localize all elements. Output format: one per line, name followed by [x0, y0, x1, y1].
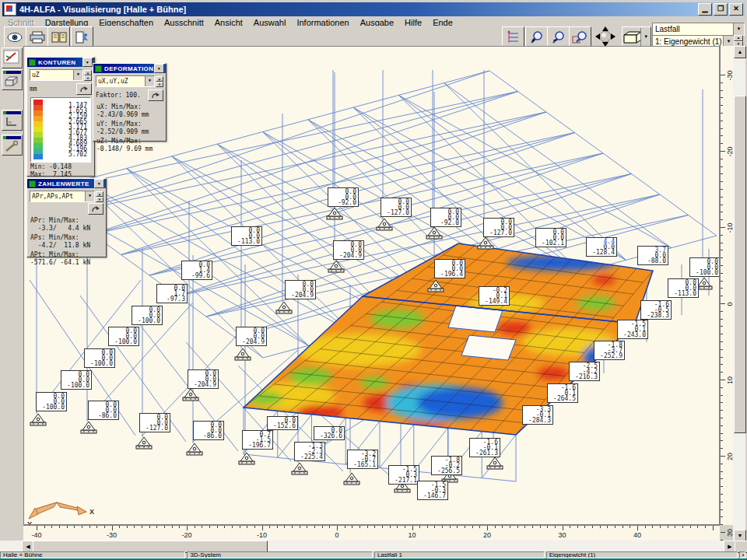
ruler-tick — [555, 526, 556, 528]
structure-tree-button[interactable] — [502, 26, 524, 47]
konturen-title: KONTUREN — [38, 59, 76, 66]
vertical-scroll-thumb[interactable] — [734, 96, 746, 433]
zahlenwerte-collapse-button[interactable]: ▼ — [94, 179, 104, 188]
svg-text:−: − — [553, 36, 558, 44]
support-icon — [487, 457, 503, 469]
ruler-tick — [419, 526, 420, 528]
deformation-combo[interactable]: uX,uY,uZ ▼ — [96, 75, 155, 87]
zoom-out-icon: − — [551, 30, 566, 44]
horizontal-scrollbar[interactable]: ◀ ▶ — [0, 541, 735, 551]
ruler-tick — [156, 526, 157, 528]
support-icon — [696, 278, 712, 289]
ruler-tick — [721, 296, 723, 296]
ruler-tick — [262, 526, 263, 530]
ruler-tick — [721, 273, 723, 274]
support-icon — [344, 473, 359, 485]
deformation-row-label: uY: Min/Max: — [96, 121, 166, 128]
scale-swatch — [33, 116, 43, 121]
spinner-up-icon[interactable]: ▲ — [734, 35, 743, 41]
zahlenwerte-options-button[interactable] — [88, 203, 103, 215]
zahlenwerte-panel[interactable]: ZAHLENWERTE ▼ APr,APs,APt ▼ ▲▼ APr: Min/… — [26, 178, 107, 257]
konturen-collapse-button[interactable]: ▼ — [82, 58, 93, 67]
wrench-icon — [2, 139, 20, 153]
konturen-combo-arrow[interactable]: ▼ — [73, 70, 82, 80]
ruler-tick — [721, 494, 723, 495]
deformation-combo-arrow[interactable]: ▼ — [145, 76, 154, 86]
deformation-collapse-button[interactable]: ▼ — [154, 64, 164, 73]
deformation-options-button[interactable] — [148, 89, 163, 101]
scale-swatch — [33, 132, 43, 138]
result-label: 0.00.0-92.0 — [328, 187, 359, 207]
horizontal-ruler: -40-30-20-10010203040 — [23, 525, 720, 541]
panel-icon — [29, 180, 36, 187]
app-icon — [4, 3, 16, 16]
close-button[interactable]: ✕ — [729, 3, 743, 16]
ruler-tick — [721, 121, 723, 121]
view-3d-button[interactable]: ▼ — [622, 26, 651, 47]
model-viewport[interactable]: 0.00.0-100.00.00.0-100.00.00.0-100.00.00… — [23, 46, 720, 525]
ruler-tick — [172, 526, 173, 528]
print-button[interactable] — [26, 26, 48, 47]
ruler-tick — [359, 526, 360, 528]
lastfall-combo[interactable]: Lastfall ▼ — [652, 23, 745, 36]
view-3d-dropdown[interactable]: ▼ — [640, 28, 651, 47]
panel-toggle-values-button[interactable]: n — [2, 110, 23, 131]
title-bar[interactable]: 4H-ALFA - Visualisierung [Halle + Bühne]… — [2, 2, 745, 16]
vertical-scrollbar[interactable]: ▲ ▼ — [733, 46, 745, 541]
support-icon — [187, 443, 202, 455]
zahlenwerte-row-value: -3.3/ 4.4 kN — [30, 225, 106, 232]
zahlenwerte-row-value: -4.2/ 11.8 kN — [30, 242, 106, 249]
result-label: 0.00.0-127.0 — [139, 413, 170, 432]
zahlenwerte-combo-arrow[interactable]: ▼ — [85, 191, 94, 201]
zahlenwerte-titlebar[interactable]: ZAHLENWERTE ▼ — [27, 179, 106, 188]
ruler-tick — [721, 456, 725, 457]
konturen-max: Max: 7.145 — [30, 171, 94, 178]
lastfall-combo-arrow[interactable]: ▼ — [733, 23, 744, 35]
deformation-panel[interactable]: DEFORMATION ▼ uX,uY,uZ ▼ ▲▼ Faktor: 100.… — [93, 63, 167, 142]
konturen-options-button[interactable] — [76, 83, 92, 95]
view-button[interactable] — [4, 26, 26, 47]
scale-swatch — [33, 149, 43, 154]
result-label: -1.50.1-243.0 — [617, 320, 648, 339]
deformation-faktor: Faktor: 100. — [96, 92, 141, 99]
ruler-tick — [652, 526, 653, 528]
ruler-tick — [721, 402, 723, 403]
ruler-tick — [502, 526, 503, 528]
zahlenwerte-combo[interactable]: APr,APs,APt ▼ — [30, 191, 95, 202]
panel-toggle-view-button[interactable] — [2, 69, 23, 90]
konturen-panel[interactable]: KONTUREN ▼ uZ ▼ ▲▼ mm 1.1471.6532.1592.6… — [26, 57, 95, 177]
konturen-spinner[interactable]: ▲▼ — [84, 70, 92, 80]
ruler-tick — [232, 526, 233, 528]
zahlenwerte-row-label: APr: Min/Max: — [30, 217, 106, 224]
deformation-titlebar[interactable]: DEFORMATION ▼ — [93, 64, 166, 73]
konturen-titlebar[interactable]: KONTUREN ▼ — [27, 58, 94, 67]
konturen-combo[interactable]: uZ ▼ — [30, 69, 83, 81]
deformation-title: DEFORMATION — [104, 65, 153, 72]
ruler-tick — [247, 526, 247, 528]
ruler-tick — [149, 526, 150, 528]
zoom-window-button[interactable] — [569, 26, 591, 47]
exit-button[interactable] — [71, 26, 93, 47]
ruler-tick — [352, 526, 352, 528]
deformation-spinner[interactable]: ▲▼ — [156, 76, 163, 86]
result-label: 0.7-1.5-196.7 — [242, 430, 273, 450]
report-button[interactable] — [47, 26, 70, 47]
ruler-tick — [217, 526, 218, 528]
minimize-button[interactable]: ▁ — [698, 3, 712, 16]
select-tool-button[interactable] — [2, 47, 23, 68]
status-loadcase-name: Eigengewicht (1) — [546, 551, 738, 558]
ruler-tick — [713, 526, 714, 530]
loadcase-spinner[interactable]: ▲ ▼ — [734, 35, 743, 47]
ruler-tick — [721, 82, 723, 83]
pan-button[interactable] — [592, 26, 619, 47]
panel-toggle-tools-button[interactable] — [2, 135, 23, 156]
zoom-in-button[interactable]: + — [525, 26, 548, 47]
panel-icon — [95, 65, 102, 72]
scroll-up-icon[interactable]: ▲ — [734, 46, 746, 58]
ruler-tick — [434, 526, 435, 528]
ruler-tick — [721, 433, 723, 434]
zahlenwerte-spinner[interactable]: ▲▼ — [96, 191, 103, 201]
zoom-out-button[interactable]: − — [547, 26, 570, 47]
maximize-button[interactable]: ❒ — [714, 3, 728, 16]
box-icon — [2, 74, 20, 88]
